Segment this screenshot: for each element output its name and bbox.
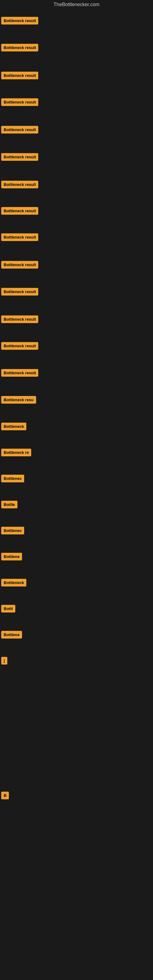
bottleneck-badge-18[interactable]: Bottlenec xyxy=(1,475,24,482)
page-wrapper: TheBottlenecker.com Bottleneck resultBot… xyxy=(0,0,153,980)
bottleneck-item-10: Bottleneck result xyxy=(1,261,38,269)
bottleneck-item-5: Bottleneck result xyxy=(1,126,38,134)
bottleneck-item-19: Bottle xyxy=(1,501,18,508)
bottleneck-item-26: B xyxy=(1,792,9,799)
bottleneck-badge-22[interactable]: Bottleneck xyxy=(1,579,26,587)
bottleneck-badge-20[interactable]: Bottlenec xyxy=(1,527,24,535)
bottleneck-badge-23[interactable]: Bottl xyxy=(1,605,15,612)
bottleneck-badge-1[interactable]: Bottleneck result xyxy=(1,17,38,24)
bottleneck-badge-7[interactable]: Bottleneck result xyxy=(1,181,38,188)
bottleneck-item-3: Bottleneck result xyxy=(1,72,38,79)
bottleneck-badge-8[interactable]: Bottleneck result xyxy=(1,207,38,215)
bottleneck-item-22: Bottleneck xyxy=(1,579,26,587)
bottleneck-item-13: Bottleneck result xyxy=(1,342,38,350)
bottleneck-badge-9[interactable]: Bottleneck result xyxy=(1,233,38,241)
bottleneck-item-12: Bottleneck result xyxy=(1,315,38,323)
bottleneck-badge-2[interactable]: Bottleneck result xyxy=(1,44,38,51)
bottleneck-badge-13[interactable]: Bottleneck result xyxy=(1,342,38,350)
bottleneck-badge-17[interactable]: Bottleneck re xyxy=(1,449,31,456)
bottleneck-item-14: Bottleneck result xyxy=(1,369,38,377)
site-title: TheBottlenecker.com xyxy=(0,0,153,9)
bottleneck-item-17: Bottleneck re xyxy=(1,449,31,456)
bottleneck-item-9: Bottleneck result xyxy=(1,233,38,241)
bottleneck-badge-6[interactable]: Bottleneck result xyxy=(1,153,38,161)
bottleneck-badge-25[interactable]: | xyxy=(1,657,7,665)
bottleneck-badge-4[interactable]: Bottleneck result xyxy=(1,98,38,106)
bottleneck-badge-11[interactable]: Bottleneck result xyxy=(1,288,38,296)
bottleneck-badge-26[interactable]: B xyxy=(1,792,9,799)
bottleneck-item-1: Bottleneck result xyxy=(1,17,38,24)
bottleneck-item-20: Bottlenec xyxy=(1,527,24,535)
bottleneck-badge-16[interactable]: Bottleneck xyxy=(1,423,26,430)
bottleneck-item-4: Bottleneck result xyxy=(1,98,38,106)
bottleneck-item-8: Bottleneck result xyxy=(1,207,38,215)
bottleneck-item-2: Bottleneck result xyxy=(1,44,38,51)
bottleneck-item-7: Bottleneck result xyxy=(1,181,38,188)
bottleneck-badge-21[interactable]: Bottlene xyxy=(1,553,22,560)
bottleneck-item-11: Bottleneck result xyxy=(1,288,38,296)
bottleneck-item-21: Bottlene xyxy=(1,553,22,560)
bottleneck-item-15: Bottleneck resu xyxy=(1,396,36,404)
bottleneck-badge-10[interactable]: Bottleneck result xyxy=(1,261,38,269)
bottleneck-badge-5[interactable]: Bottleneck result xyxy=(1,126,38,134)
bottleneck-item-16: Bottleneck xyxy=(1,423,26,430)
bottleneck-badge-19[interactable]: Bottle xyxy=(1,501,18,508)
bottleneck-badge-14[interactable]: Bottleneck result xyxy=(1,369,38,377)
bottleneck-badge-12[interactable]: Bottleneck result xyxy=(1,315,38,323)
bottleneck-item-18: Bottlenec xyxy=(1,475,24,482)
bottleneck-item-25: | xyxy=(1,657,7,665)
bottleneck-badge-15[interactable]: Bottleneck resu xyxy=(1,396,36,404)
bottleneck-item-24: Bottlene xyxy=(1,631,22,638)
bottleneck-item-6: Bottleneck result xyxy=(1,153,38,161)
bottleneck-badge-3[interactable]: Bottleneck result xyxy=(1,72,38,79)
bottleneck-item-23: Bottl xyxy=(1,605,15,612)
bottleneck-badge-24[interactable]: Bottlene xyxy=(1,631,22,638)
